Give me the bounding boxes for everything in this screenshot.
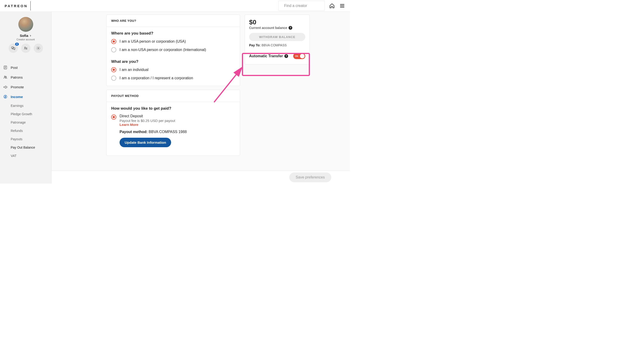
update-bank-button[interactable]: Update Bank Information [120, 138, 171, 147]
card-title: WHO ARE YOU? [106, 15, 240, 27]
balance-amount: $0 [249, 18, 305, 26]
svg-point-8 [26, 48, 27, 48]
card-title: PAYOUT METHOD [106, 90, 240, 102]
radio-icon [111, 39, 116, 44]
subnav-vat[interactable]: VAT [11, 152, 51, 160]
withdraw-button[interactable]: WITHDRAW BALANCE [249, 33, 305, 41]
patrons-button[interactable] [21, 44, 30, 53]
subnav-pay-out-balance[interactable]: Pay Out Balance [11, 143, 51, 152]
radio-icon [111, 115, 116, 120]
radio-icon [111, 67, 116, 72]
auto-transfer-toggle[interactable]: ON [293, 53, 305, 59]
radio-direct-deposit[interactable]: Direct Deposit Payout fee is $0.25 USD p… [111, 114, 235, 147]
balance-card: $0 Current account balance ? WITHDRAW BA… [245, 15, 310, 64]
who-are-you-card: WHO ARE YOU? Where are you based? I am a… [106, 15, 240, 86]
payto-value: BBVA COMPASS [262, 43, 286, 47]
subnav-payouts[interactable]: Payouts [11, 135, 51, 143]
radio-international[interactable]: I am a non-USA person or corporation (In… [111, 47, 235, 52]
search-field[interactable] [278, 1, 325, 11]
radio-usa[interactable]: I am a USA person or corporation (USA) [111, 39, 235, 44]
subnav-earnings[interactable]: Earnings [11, 102, 51, 110]
radio-icon [111, 47, 116, 52]
svg-point-7 [24, 47, 26, 48]
home-icon[interactable] [329, 3, 335, 9]
avatar[interactable] [18, 17, 33, 32]
svg-point-9 [38, 48, 39, 49]
nav-patrons[interactable]: Patrons [0, 72, 51, 82]
radio-individual[interactable]: I am an individual [111, 67, 235, 72]
messages-badge: 4 [15, 43, 19, 46]
menu-icon[interactable] [339, 3, 345, 9]
profile-subtitle: Creator account [16, 38, 34, 41]
nav-post[interactable]: Post [0, 63, 51, 72]
brand-logo[interactable]: PATREON [0, 1, 31, 10]
payout-method-card: PAYOUT METHOD How would you like to get … [106, 90, 240, 156]
subnav-pledge-growth[interactable]: Pledge Growth [11, 110, 51, 118]
svg-point-15 [6, 76, 6, 77]
payout-method-value: BBVA COMPASS 1988 [148, 130, 187, 134]
settings-button[interactable] [34, 44, 43, 53]
subnav-refunds[interactable]: Refunds [11, 127, 51, 135]
payto-label: Pay To: [249, 43, 261, 47]
radio-icon [111, 76, 116, 81]
help-icon[interactable]: ? [284, 54, 288, 58]
learn-more-link[interactable]: Learn More [120, 123, 187, 127]
messages-button[interactable]: 4 [8, 44, 18, 53]
save-preferences-button[interactable]: Save preferences [289, 172, 331, 182]
chevron-right-icon [29, 34, 32, 37]
payout-method-label: Payout method: [120, 130, 148, 134]
question-where-based: Where are you based? [111, 31, 235, 36]
payout-fee-text: Payout fee is $0.25 USD per payout [120, 119, 187, 123]
balance-label: Current account balance [249, 26, 287, 30]
profile-name[interactable]: Sofia [20, 34, 32, 37]
subnav-patronage[interactable]: Patronage [11, 118, 51, 127]
search-input[interactable] [284, 4, 322, 8]
svg-point-14 [4, 76, 6, 77]
auto-transfer-label: Automatic Transfer [249, 54, 283, 58]
toggle-state: ON [295, 55, 298, 57]
question-what-are-you: What are you? [111, 59, 235, 64]
nav-promote[interactable]: Promote [0, 82, 51, 92]
radio-corporation[interactable]: I am a corporation / I represent a corpo… [111, 76, 235, 81]
toggle-knob [300, 54, 304, 58]
question-get-paid: How would you like to get paid? [111, 106, 235, 111]
nav-income[interactable]: Income [0, 92, 51, 102]
help-icon[interactable]: ? [288, 26, 292, 30]
